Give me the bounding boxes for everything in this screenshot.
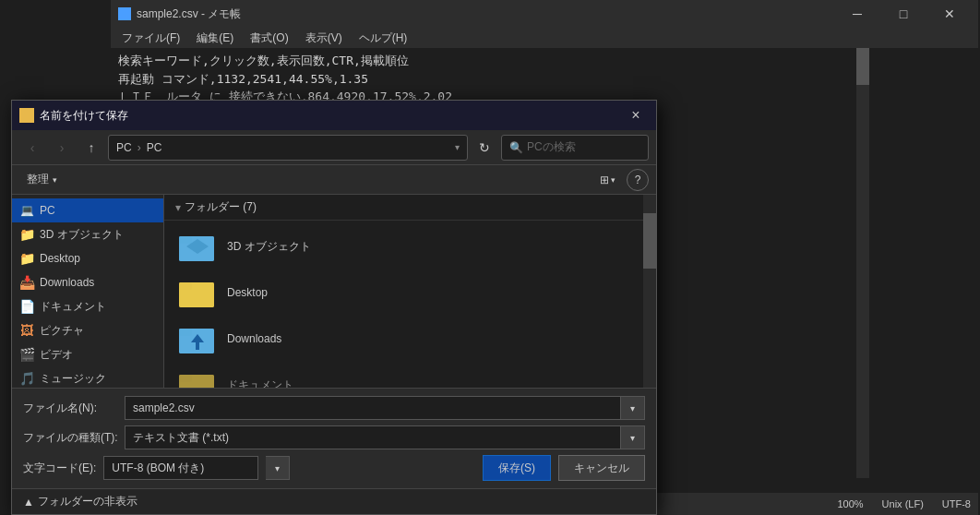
sidebar-item-desktop[interactable]: 📁 Desktop [12,246,163,270]
sidebar-item-videos[interactable]: 🎬 ビデオ [12,342,163,366]
encoding-input[interactable] [103,456,258,480]
folder-doc-icon: 📄 [19,299,34,314]
filename-dropdown-button[interactable]: ▾ [621,396,645,420]
sidebar-item-music[interactable]: 🎵 ミュージック [12,366,163,388]
cancel-button[interactable]: キャンセル [558,455,645,481]
menu-help[interactable]: ヘルプ(H) [352,29,415,48]
folder-doc-large-icon [179,366,216,388]
notepad-window-controls: ─ □ ✕ [836,0,971,28]
dialog-title-left: 名前を付けて保存 [19,108,128,124]
toggle-folder-button[interactable]: ▲ フォルダーの非表示 [23,494,137,509]
sidebar-item-pc[interactable]: 💻 PC [12,198,163,222]
encoding-dropdown-button[interactable]: ▾ [266,456,290,480]
sidebar-item-documents[interactable]: 📄 ドキュメント [12,294,163,318]
dialog-sidebar: 💻 PC 📁 3D オブジェクト 📁 Desktop 📥 Downloads 📄… [12,195,164,388]
folder-item-3d[interactable]: 3D オブジェクト [172,224,649,269]
folder-doc-name: ドキュメント [227,377,293,389]
notepad-title: sample2.csv - メモ帳 [118,6,241,22]
statusbar-zoom: 100% [837,498,863,509]
dialog-action-buttons: 保存(S) キャンセル [483,455,645,481]
sidebar-item-downloads[interactable]: 📥 Downloads [12,270,163,294]
folder-desktop-icon: 📁 [19,251,34,266]
folder-video-icon: 🎬 [19,347,34,362]
notepad-scrollbar-vertical[interactable] [856,48,869,478]
filetype-label: ファイルの種類(T): [23,430,125,446]
address-location: PC [147,141,162,154]
sidebar-label-music: ミュージック [40,371,106,387]
folder-item-documents[interactable]: ドキュメント [172,363,649,388]
sidebar-label-downloads: Downloads [40,276,94,289]
sidebar-label-3d: 3D オブジェクト [40,227,124,243]
notepad-menubar: ファイル(F) 編集(E) 書式(O) 表示(V) ヘルプ(H) [111,28,978,48]
toggle-label: フォルダーの非表示 [38,494,137,509]
folder-item-downloads[interactable]: Downloads [172,317,649,361]
notepad-maximize-button[interactable]: □ [882,0,925,28]
dialog-main-area: 💻 PC 📁 3D オブジェクト 📁 Desktop 📥 Downloads 📄… [12,195,656,388]
organize-button[interactable]: 整理 ▾ [19,169,65,191]
dialog-close-button[interactable]: × [623,106,649,125]
save-button[interactable]: 保存(S) [483,455,551,481]
folder-downloads-name: Downloads [227,332,281,345]
organize-chevron-icon: ▾ [53,175,57,185]
dialog-bottom: ファイル名(N): ▾ ファイルの種類(T): ▾ 文字コード(E): ▾ 保存… [12,388,656,488]
notepad-titlebar: sample2.csv - メモ帳 ─ □ ✕ [111,0,978,28]
folder-downloads-icon: 📥 [19,275,34,290]
sidebar-label-desktop: Desktop [40,252,80,265]
view-chevron-icon: ▾ [611,175,615,185]
folder-3d-name: 3D オブジェクト [227,239,311,255]
folder-expand-icon: ▾ [175,201,181,214]
folder-3d-icon: 📁 [19,227,34,242]
content-scrollbar[interactable] [643,195,656,388]
back-button[interactable]: ‹ [19,135,45,161]
folder-desktop-large-icon [179,274,216,311]
dialog-titlebar: 名前を付けて保存 × [12,101,656,130]
search-icon: 🔍 [509,141,523,154]
address-bar[interactable]: PC › PC ▾ [108,135,468,161]
help-button[interactable]: ? [627,169,649,191]
folder-pic-icon: 🖼 [19,323,34,338]
folder-desktop-name: Desktop [227,286,268,299]
notepad-scrollbar-thumb [856,48,869,85]
svg-rect-13 [179,375,214,388]
filename-input[interactable] [125,396,621,420]
forward-button[interactable]: › [49,135,75,161]
pc-icon: 💻 [19,203,34,218]
content-header: ▾ フォルダー (7) [164,195,656,221]
statusbar-line-ending: Unix (LF) [882,498,924,509]
sidebar-item-3d-objects[interactable]: 📁 3D オブジェクト [12,222,163,246]
folder-item-desktop[interactable]: Desktop [172,270,649,315]
organize-label: 整理 [27,172,49,187]
notepad-close-button[interactable]: ✕ [928,0,971,28]
address-separator: › [137,141,141,154]
notepad-icon [118,7,131,20]
encoding-label: 文字コード(E): [23,461,96,476]
menu-format[interactable]: 書式(O) [243,29,295,48]
up-button[interactable]: ↑ [78,135,104,161]
filetype-input[interactable] [125,425,621,449]
notepad-minimize-button[interactable]: ─ [836,0,878,28]
encoding-left: 文字コード(E): ▾ [23,456,290,480]
search-box[interactable]: 🔍 PCの検索 [501,135,649,161]
filetype-dropdown-button[interactable]: ▾ [621,425,645,449]
sidebar-item-pictures[interactable]: 🖼 ピクチャ [12,318,163,342]
save-dialog: 名前を付けて保存 × ‹ › ↑ PC › PC ▾ ↻ 🔍 PCの検索 整理 … [11,100,657,515]
filetype-row: ファイルの種類(T): ▾ [23,425,645,449]
address-breadcrumb-pc: PC [116,141,132,154]
dialog-toolbar: ‹ › ↑ PC › PC ▾ ↻ 🔍 PCの検索 [12,130,656,165]
toggle-icon: ▲ [23,496,34,509]
notepad-line-1: 検索キーワード,クリック数,表示回数,CTR,掲載順位 [118,52,952,70]
encoding-row: 文字コード(E): ▾ 保存(S) キャンセル [23,455,645,481]
svg-rect-6 [179,282,214,307]
dialog-title-text: 名前を付けて保存 [40,108,128,124]
menu-view[interactable]: 表示(V) [298,29,350,48]
menu-edit[interactable]: 編集(E) [189,29,241,48]
menu-file[interactable]: ファイル(F) [114,29,187,48]
notepad-title-text: sample2.csv - メモ帳 [137,6,241,22]
notepad-line-2: 再起動 コマンド,1132,2541,44.55%,1.35 [118,70,952,89]
refresh-button[interactable]: ↻ [472,135,497,161]
sidebar-label-videos: ビデオ [40,347,73,363]
search-placeholder-text: PCの検索 [527,139,576,155]
dialog-toolbar2: 整理 ▾ ⊞ ▾ ? [12,165,656,195]
sidebar-label-pictures: ピクチャ [40,323,84,339]
view-button[interactable]: ⊞ ▾ [594,169,621,191]
